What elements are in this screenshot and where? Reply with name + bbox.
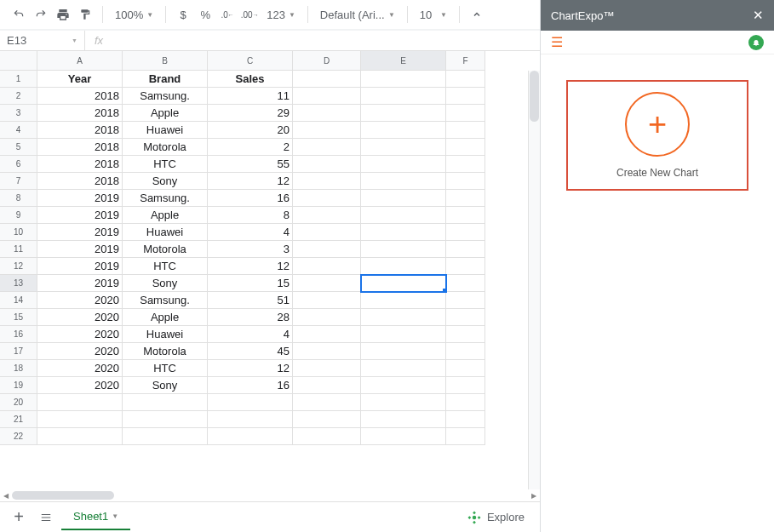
cell-C3[interactable]: 29 <box>208 105 293 122</box>
cell-E7[interactable] <box>361 173 446 190</box>
cell-D7[interactable] <box>293 173 361 190</box>
cell-F9[interactable] <box>446 207 485 224</box>
cell-A14[interactable]: 2020 <box>37 292 123 309</box>
cell-F13[interactable] <box>446 275 485 292</box>
cell-C14[interactable]: 51 <box>208 292 293 309</box>
cell-E3[interactable] <box>361 105 446 122</box>
cell-F14[interactable] <box>446 292 485 309</box>
cell-E5[interactable] <box>361 139 446 156</box>
cell-C6[interactable]: 55 <box>208 156 293 173</box>
plus-icon[interactable]: + <box>625 92 690 157</box>
cell-F15[interactable] <box>446 309 485 326</box>
cell-D21[interactable] <box>293 411 361 428</box>
cell-A9[interactable]: 2019 <box>37 207 123 224</box>
scroll-left-arrow[interactable]: ◀ <box>0 489 12 501</box>
paint-format-button[interactable] <box>75 4 95 25</box>
cell-A17[interactable]: 2020 <box>37 343 123 360</box>
cell-E11[interactable] <box>361 241 446 258</box>
cell-C4[interactable]: 20 <box>208 122 293 139</box>
cell-F3[interactable] <box>446 105 485 122</box>
cell-C8[interactable]: 16 <box>208 190 293 207</box>
row-header-1[interactable]: 1 <box>0 71 37 88</box>
cell-B6[interactable]: HTC <box>123 156 208 173</box>
cell-F1[interactable] <box>446 71 485 88</box>
zoom-dropdown[interactable]: 100%▼ <box>110 4 158 25</box>
cell-E15[interactable] <box>361 309 446 326</box>
cell-A20[interactable] <box>37 394 123 411</box>
cell-B3[interactable]: Apple <box>123 105 208 122</box>
cell-E16[interactable] <box>361 326 446 343</box>
cell-E14[interactable] <box>361 292 446 309</box>
cell-E22[interactable] <box>361 428 446 445</box>
cell-F4[interactable] <box>446 122 485 139</box>
cell-B7[interactable]: Sony <box>123 173 208 190</box>
cell-A4[interactable]: 2018 <box>37 122 123 139</box>
cell-A21[interactable] <box>37 411 123 428</box>
row-header-12[interactable]: 12 <box>0 258 37 275</box>
notification-bell-icon[interactable] <box>748 35 764 50</box>
cell-E17[interactable] <box>361 343 446 360</box>
cell-C5[interactable]: 2 <box>208 139 293 156</box>
row-header-7[interactable]: 7 <box>0 173 37 190</box>
create-new-chart-box[interactable]: + Create New Chart <box>566 80 748 191</box>
collapse-toolbar-button[interactable] <box>467 4 487 25</box>
cell-A2[interactable]: 2018 <box>37 88 123 105</box>
cell-D8[interactable] <box>293 190 361 207</box>
cell-D4[interactable] <box>293 122 361 139</box>
row-header-8[interactable]: 8 <box>0 190 37 207</box>
cell-D16[interactable] <box>293 326 361 343</box>
cell-B17[interactable]: Motorola <box>123 343 208 360</box>
cell-B11[interactable]: Motorola <box>123 241 208 258</box>
cell-E1[interactable] <box>361 71 446 88</box>
cell-C18[interactable]: 12 <box>208 360 293 377</box>
cell-F11[interactable] <box>446 241 485 258</box>
cell-E13[interactable] <box>361 275 446 292</box>
cell-B5[interactable]: Motorola <box>123 139 208 156</box>
row-header-5[interactable]: 5 <box>0 139 37 156</box>
cell-F18[interactable] <box>446 360 485 377</box>
fontsize-dropdown[interactable]: 10▼ <box>415 4 452 25</box>
cell-D6[interactable] <box>293 156 361 173</box>
cell-C22[interactable] <box>208 428 293 445</box>
row-header-19[interactable]: 19 <box>0 377 37 394</box>
cell-C17[interactable]: 45 <box>208 343 293 360</box>
row-header-20[interactable]: 20 <box>0 394 37 411</box>
row-header-10[interactable]: 10 <box>0 224 37 241</box>
menu-icon[interactable]: ☰ <box>551 34 563 50</box>
cell-D12[interactable] <box>293 258 361 275</box>
row-header-3[interactable]: 3 <box>0 105 37 122</box>
cell-F8[interactable] <box>446 190 485 207</box>
cell-D15[interactable] <box>293 309 361 326</box>
cell-B21[interactable] <box>123 411 208 428</box>
cell-E20[interactable] <box>361 394 446 411</box>
cell-A8[interactable]: 2019 <box>37 190 123 207</box>
cell-C15[interactable]: 28 <box>208 309 293 326</box>
cell-A12[interactable]: 2019 <box>37 258 123 275</box>
cell-C16[interactable]: 4 <box>208 326 293 343</box>
horizontal-scrollbar[interactable]: ◀ ▶ <box>0 489 540 501</box>
cell-B8[interactable]: Samsung. <box>123 190 208 207</box>
cell-D20[interactable] <box>293 394 361 411</box>
cell-D13[interactable] <box>293 275 361 292</box>
cell-A15[interactable]: 2020 <box>37 309 123 326</box>
cell-A1[interactable]: Year <box>37 71 123 88</box>
cell-F19[interactable] <box>446 377 485 394</box>
redo-button[interactable] <box>31 4 51 25</box>
cell-F16[interactable] <box>446 326 485 343</box>
cell-C20[interactable] <box>208 394 293 411</box>
row-header-4[interactable]: 4 <box>0 122 37 139</box>
cell-D2[interactable] <box>293 88 361 105</box>
font-dropdown[interactable]: Default (Ari...▼ <box>315 4 400 25</box>
decrease-decimal-button[interactable]: .0← <box>217 4 238 25</box>
cell-E21[interactable] <box>361 411 446 428</box>
cell-F5[interactable] <box>446 139 485 156</box>
cell-C2[interactable]: 11 <box>208 88 293 105</box>
cell-D5[interactable] <box>293 139 361 156</box>
cell-C10[interactable]: 4 <box>208 224 293 241</box>
row-header-21[interactable]: 21 <box>0 411 37 428</box>
row-header-22[interactable]: 22 <box>0 428 37 445</box>
row-header-9[interactable]: 9 <box>0 207 37 224</box>
cell-D11[interactable] <box>293 241 361 258</box>
print-button[interactable] <box>53 4 73 25</box>
cell-F12[interactable] <box>446 258 485 275</box>
